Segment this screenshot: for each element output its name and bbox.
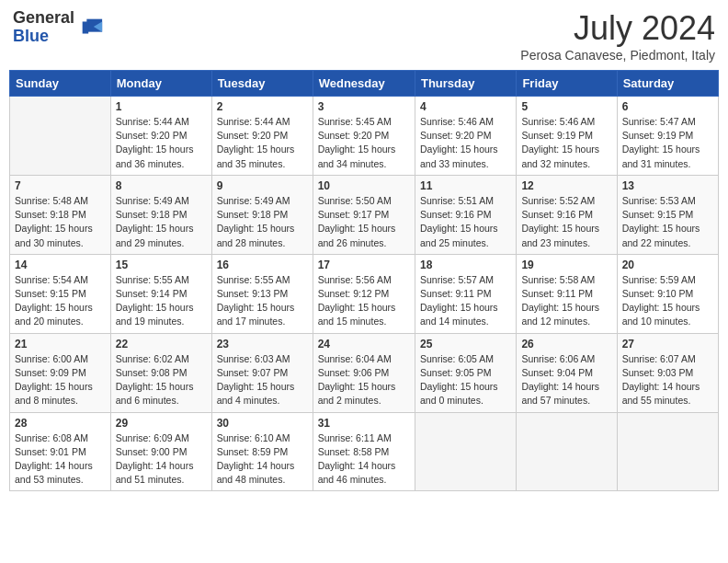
day-info: Sunrise: 5:55 AMSunset: 9:13 PMDaylight:… bbox=[217, 273, 308, 329]
calendar-cell: 23Sunrise: 6:03 AMSunset: 9:07 PMDayligh… bbox=[211, 333, 313, 412]
day-info: Sunrise: 6:10 AMSunset: 8:59 PMDaylight:… bbox=[217, 431, 308, 488]
calendar-cell: 21Sunrise: 6:00 AMSunset: 9:09 PMDayligh… bbox=[10, 333, 111, 412]
day-info: Sunrise: 6:08 AMSunset: 9:01 PMDaylight:… bbox=[15, 431, 106, 488]
day-number: 27 bbox=[622, 338, 713, 350]
calendar-cell: 14Sunrise: 5:54 AMSunset: 9:15 PMDayligh… bbox=[10, 254, 111, 333]
day-info: Sunrise: 6:00 AMSunset: 9:09 PMDaylight:… bbox=[15, 352, 106, 408]
column-header-monday: Monday bbox=[110, 71, 211, 97]
logo: General Blue bbox=[13, 9, 104, 46]
day-number: 10 bbox=[318, 179, 410, 192]
day-info: Sunrise: 5:53 AMSunset: 9:15 PMDaylight:… bbox=[622, 194, 713, 250]
day-info: Sunrise: 5:46 AMSunset: 9:19 PMDaylight:… bbox=[521, 115, 611, 171]
calendar-cell: 22Sunrise: 6:02 AMSunset: 9:08 PMDayligh… bbox=[110, 333, 211, 412]
column-header-tuesday: Tuesday bbox=[211, 71, 313, 97]
day-info: Sunrise: 5:59 AMSunset: 9:10 PMDaylight:… bbox=[622, 273, 713, 329]
column-header-saturday: Saturday bbox=[617, 71, 718, 97]
calendar-cell: 17Sunrise: 5:56 AMSunset: 9:12 PMDayligh… bbox=[313, 254, 415, 333]
day-number: 9 bbox=[217, 179, 308, 192]
calendar-cell: 30Sunrise: 6:10 AMSunset: 8:59 PMDayligh… bbox=[211, 412, 313, 491]
calendar-cell: 13Sunrise: 5:53 AMSunset: 9:15 PMDayligh… bbox=[617, 175, 718, 254]
day-info: Sunrise: 6:05 AMSunset: 9:05 PMDaylight:… bbox=[420, 352, 511, 408]
day-number: 26 bbox=[521, 338, 611, 350]
day-info: Sunrise: 5:49 AMSunset: 9:18 PMDaylight:… bbox=[116, 194, 207, 250]
logo-blue-text: Blue bbox=[13, 28, 74, 46]
calendar-cell: 15Sunrise: 5:55 AMSunset: 9:14 PMDayligh… bbox=[110, 254, 211, 333]
day-number: 8 bbox=[116, 179, 207, 192]
calendar-cell: 5Sunrise: 5:46 AMSunset: 9:19 PMDaylight… bbox=[517, 97, 617, 176]
calendar-cell: 27Sunrise: 6:07 AMSunset: 9:03 PMDayligh… bbox=[617, 333, 718, 412]
calendar-cell: 31Sunrise: 6:11 AMSunset: 8:58 PMDayligh… bbox=[313, 412, 415, 491]
day-number: 25 bbox=[420, 338, 511, 350]
title-block: July 2024 Perosa Canavese, Piedmont, Ita… bbox=[520, 9, 715, 63]
day-info: Sunrise: 5:57 AMSunset: 9:11 PMDaylight:… bbox=[420, 273, 511, 329]
day-info: Sunrise: 5:52 AMSunset: 9:16 PMDaylight:… bbox=[521, 194, 611, 250]
day-info: Sunrise: 5:44 AMSunset: 9:20 PMDaylight:… bbox=[217, 115, 308, 171]
day-info: Sunrise: 6:06 AMSunset: 9:04 PMDaylight:… bbox=[521, 352, 611, 408]
day-number: 2 bbox=[217, 100, 308, 113]
day-number: 19 bbox=[521, 259, 611, 271]
day-number: 16 bbox=[217, 259, 308, 271]
day-info: Sunrise: 6:03 AMSunset: 9:07 PMDaylight:… bbox=[217, 352, 308, 408]
calendar-cell: 16Sunrise: 5:55 AMSunset: 9:13 PMDayligh… bbox=[211, 254, 313, 333]
month-year-title: July 2024 bbox=[520, 9, 715, 48]
calendar-cell: 10Sunrise: 5:50 AMSunset: 9:17 PMDayligh… bbox=[313, 175, 415, 254]
day-number: 24 bbox=[318, 338, 410, 350]
day-info: Sunrise: 6:09 AMSunset: 9:00 PMDaylight:… bbox=[116, 431, 207, 488]
day-number: 28 bbox=[15, 417, 106, 430]
calendar-week-row: 28Sunrise: 6:08 AMSunset: 9:01 PMDayligh… bbox=[10, 412, 719, 491]
calendar-cell: 11Sunrise: 5:51 AMSunset: 9:16 PMDayligh… bbox=[415, 175, 516, 254]
calendar-cell: 4Sunrise: 5:46 AMSunset: 9:20 PMDaylight… bbox=[415, 97, 516, 176]
calendar-cell bbox=[517, 412, 617, 491]
calendar-header-row: SundayMondayTuesdayWednesdayThursdayFrid… bbox=[10, 71, 719, 97]
calendar-cell: 12Sunrise: 5:52 AMSunset: 9:16 PMDayligh… bbox=[517, 175, 617, 254]
day-info: Sunrise: 5:48 AMSunset: 9:18 PMDaylight:… bbox=[15, 194, 106, 250]
location-subtitle: Perosa Canavese, Piedmont, Italy bbox=[520, 48, 715, 63]
calendar-cell: 19Sunrise: 5:58 AMSunset: 9:11 PMDayligh… bbox=[517, 254, 617, 333]
calendar-week-row: 21Sunrise: 6:00 AMSunset: 9:09 PMDayligh… bbox=[10, 333, 719, 412]
day-info: Sunrise: 6:07 AMSunset: 9:03 PMDaylight:… bbox=[622, 352, 713, 408]
day-number: 5 bbox=[521, 100, 611, 113]
calendar-cell bbox=[617, 412, 718, 491]
calendar-cell bbox=[10, 97, 111, 176]
day-number: 3 bbox=[318, 100, 410, 113]
day-info: Sunrise: 5:44 AMSunset: 9:20 PMDaylight:… bbox=[116, 115, 207, 171]
day-number: 4 bbox=[420, 100, 511, 113]
calendar-cell: 2Sunrise: 5:44 AMSunset: 9:20 PMDaylight… bbox=[211, 97, 313, 176]
calendar-cell: 7Sunrise: 5:48 AMSunset: 9:18 PMDaylight… bbox=[10, 175, 111, 254]
day-number: 15 bbox=[116, 259, 207, 271]
calendar-cell: 8Sunrise: 5:49 AMSunset: 9:18 PMDaylight… bbox=[110, 175, 211, 254]
calendar-cell: 20Sunrise: 5:59 AMSunset: 9:10 PMDayligh… bbox=[617, 254, 718, 333]
day-info: Sunrise: 5:56 AMSunset: 9:12 PMDaylight:… bbox=[318, 273, 410, 329]
day-info: Sunrise: 5:46 AMSunset: 9:20 PMDaylight:… bbox=[420, 115, 511, 171]
day-info: Sunrise: 5:45 AMSunset: 9:20 PMDaylight:… bbox=[318, 115, 410, 171]
day-number: 18 bbox=[420, 259, 511, 271]
calendar-cell: 1Sunrise: 5:44 AMSunset: 9:20 PMDaylight… bbox=[110, 97, 211, 176]
calendar-week-row: 7Sunrise: 5:48 AMSunset: 9:18 PMDaylight… bbox=[10, 175, 719, 254]
day-number: 11 bbox=[420, 179, 511, 192]
day-info: Sunrise: 5:55 AMSunset: 9:14 PMDaylight:… bbox=[116, 273, 207, 329]
calendar-cell: 25Sunrise: 6:05 AMSunset: 9:05 PMDayligh… bbox=[415, 333, 516, 412]
day-number: 29 bbox=[116, 417, 207, 430]
day-number: 17 bbox=[318, 259, 410, 271]
calendar-week-row: 14Sunrise: 5:54 AMSunset: 9:15 PMDayligh… bbox=[10, 254, 719, 333]
day-info: Sunrise: 6:11 AMSunset: 8:58 PMDaylight:… bbox=[318, 431, 410, 488]
day-number: 14 bbox=[15, 259, 106, 271]
day-number: 1 bbox=[116, 100, 207, 113]
day-number: 13 bbox=[622, 179, 713, 192]
day-info: Sunrise: 5:51 AMSunset: 9:16 PMDaylight:… bbox=[420, 194, 511, 250]
calendar-cell: 29Sunrise: 6:09 AMSunset: 9:00 PMDayligh… bbox=[110, 412, 211, 491]
day-info: Sunrise: 6:04 AMSunset: 9:06 PMDaylight:… bbox=[318, 352, 410, 408]
calendar-cell: 18Sunrise: 5:57 AMSunset: 9:11 PMDayligh… bbox=[415, 254, 516, 333]
column-header-friday: Friday bbox=[517, 71, 617, 97]
calendar-cell: 28Sunrise: 6:08 AMSunset: 9:01 PMDayligh… bbox=[10, 412, 111, 491]
calendar-cell: 9Sunrise: 5:49 AMSunset: 9:18 PMDaylight… bbox=[211, 175, 313, 254]
day-info: Sunrise: 5:49 AMSunset: 9:18 PMDaylight:… bbox=[217, 194, 308, 250]
calendar-week-row: 1Sunrise: 5:44 AMSunset: 9:20 PMDaylight… bbox=[10, 97, 719, 176]
day-info: Sunrise: 5:47 AMSunset: 9:19 PMDaylight:… bbox=[622, 115, 713, 171]
calendar-table: SundayMondayTuesdayWednesdayThursdayFrid… bbox=[9, 70, 719, 491]
column-header-wednesday: Wednesday bbox=[313, 71, 415, 97]
day-number: 20 bbox=[622, 259, 713, 271]
calendar-cell: 6Sunrise: 5:47 AMSunset: 9:19 PMDaylight… bbox=[617, 97, 718, 176]
column-header-thursday: Thursday bbox=[415, 71, 516, 97]
day-info: Sunrise: 5:58 AMSunset: 9:11 PMDaylight:… bbox=[521, 273, 611, 329]
